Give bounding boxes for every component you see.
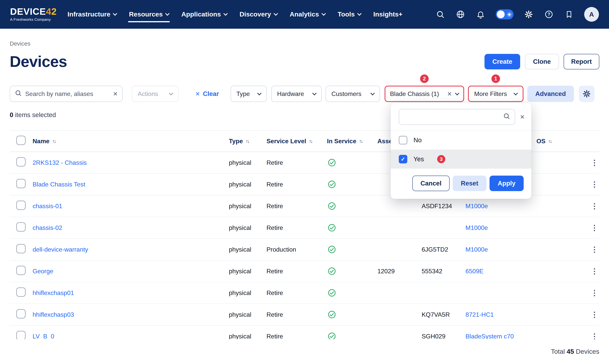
- row-checkbox[interactable]: [16, 309, 26, 318]
- device-name-link[interactable]: chassis-01: [33, 203, 62, 209]
- col-header-type[interactable]: Type↑↓: [229, 130, 266, 152]
- hardware-link[interactable]: M1000e: [465, 203, 488, 209]
- clear-search-icon[interactable]: ×: [113, 90, 118, 97]
- theme-toggle[interactable]: [496, 9, 514, 19]
- serial-cell: 6JG5TD2: [422, 239, 465, 260]
- col-header-in-service[interactable]: In Service↑↓: [327, 130, 377, 152]
- row-checkbox[interactable]: [16, 331, 26, 339]
- hardware-link[interactable]: M1000e: [465, 246, 488, 253]
- bell-icon[interactable]: [476, 9, 486, 19]
- popup-search-input[interactable]: [404, 113, 500, 121]
- apply-button[interactable]: Apply: [490, 176, 524, 191]
- popup-close-icon[interactable]: ×: [520, 113, 524, 121]
- nav-item-insights[interactable]: Insights+: [372, 7, 403, 22]
- hardware-link[interactable]: M1000e: [465, 224, 488, 231]
- search-icon[interactable]: [435, 9, 445, 19]
- chevron-down-icon: [169, 91, 173, 96]
- row-menu-kebab[interactable]: ⋮: [588, 200, 599, 212]
- col-header-os[interactable]: OS↑↓: [536, 130, 588, 152]
- service-level-cell: Retire: [266, 217, 327, 239]
- type-filter-dropdown[interactable]: Type: [231, 86, 267, 102]
- clear-filters-button[interactable]: ×Clear: [196, 90, 219, 98]
- row-checkbox[interactable]: [16, 287, 26, 297]
- nav-item-tools[interactable]: Tools: [337, 7, 362, 22]
- os-cell: [536, 304, 588, 325]
- col-header-name[interactable]: Name↑↓: [33, 130, 229, 152]
- row-menu-kebab[interactable]: ⋮: [588, 331, 599, 339]
- help-icon[interactable]: ?: [544, 9, 554, 19]
- search-input[interactable]: [25, 90, 110, 97]
- row-menu-kebab[interactable]: ⋮: [588, 287, 599, 299]
- checkbox-checked[interactable]: ✓: [399, 155, 407, 163]
- report-button[interactable]: Report: [564, 54, 599, 69]
- type-cell: physical: [229, 325, 266, 339]
- globe-icon[interactable]: [455, 9, 465, 19]
- col-header-service-level[interactable]: Service Level↑↓: [266, 130, 327, 152]
- row-checkbox[interactable]: [16, 266, 26, 275]
- remove-filter-icon[interactable]: ×: [448, 90, 452, 97]
- row-checkbox[interactable]: [16, 222, 26, 232]
- row-checkbox[interactable]: [16, 201, 26, 210]
- gear-icon[interactable]: [524, 9, 534, 19]
- device-name-link[interactable]: hhiflexchasp03: [33, 311, 74, 318]
- checkbox-unchecked[interactable]: [399, 136, 407, 144]
- in-service-check-icon: [328, 245, 336, 254]
- os-cell: [536, 282, 588, 304]
- row-menu-kebab[interactable]: ⋮: [588, 179, 599, 190]
- table-row: hhiflexchasp01 physical Retire ⋮: [10, 282, 599, 304]
- row-checkbox[interactable]: [16, 179, 26, 188]
- device-name-link[interactable]: dell-device-warranty: [33, 246, 88, 253]
- create-button[interactable]: Create: [485, 54, 520, 69]
- row-menu-kebab[interactable]: ⋮: [588, 309, 599, 320]
- table-settings-button[interactable]: [579, 86, 595, 102]
- device-name-link[interactable]: 2RKS132 - Chassis: [33, 159, 87, 166]
- chevron-down-icon: [257, 91, 262, 96]
- device-name-link[interactable]: hhiflexchasp01: [33, 289, 74, 296]
- serial-cell: 555342: [422, 260, 465, 282]
- device42-logo[interactable]: DEVICE42 A Freshworks Company: [10, 7, 61, 22]
- option-yes[interactable]: ✓ Yes 3: [391, 150, 531, 169]
- search-icon: [15, 90, 22, 98]
- customers-filter-dropdown[interactable]: Customers: [326, 86, 380, 102]
- user-avatar[interactable]: A: [584, 7, 599, 22]
- device-name-link[interactable]: chassis-02: [33, 224, 62, 231]
- bookmark-icon[interactable]: [564, 9, 574, 19]
- sun-icon: [507, 12, 512, 19]
- row-menu-kebab[interactable]: ⋮: [588, 222, 599, 233]
- option-no[interactable]: No: [391, 131, 531, 150]
- clone-button[interactable]: Clone: [525, 54, 559, 69]
- os-cell: [536, 195, 588, 217]
- advanced-button[interactable]: Advanced: [527, 86, 574, 102]
- row-menu-kebab[interactable]: ⋮: [588, 266, 599, 277]
- chevron-down-icon: [113, 12, 117, 16]
- more-filters-dropdown[interactable]: 1 More Filters: [468, 86, 523, 102]
- nav-item-resources[interactable]: Resources: [128, 7, 170, 22]
- row-menu-kebab[interactable]: ⋮: [588, 157, 599, 168]
- cancel-button[interactable]: Cancel: [412, 176, 450, 191]
- step-badge-1: 1: [491, 74, 500, 83]
- serial-cell: KQ7VA5R: [422, 304, 465, 325]
- device-name-link[interactable]: Blade Chassis Test: [33, 181, 85, 188]
- hardware-link[interactable]: BladeSystem c70: [465, 333, 514, 339]
- select-all-checkbox[interactable]: [16, 136, 26, 145]
- hardware-link[interactable]: 6509E: [465, 268, 484, 275]
- hardware-filter-dropdown[interactable]: Hardware: [271, 86, 322, 102]
- nav-item-discovery[interactable]: Discovery: [239, 7, 278, 22]
- device-name-link[interactable]: George: [33, 268, 53, 275]
- os-cell: [536, 239, 588, 260]
- device-name-link[interactable]: LV_B_0: [33, 333, 54, 339]
- breadcrumb[interactable]: Devices: [10, 40, 599, 47]
- nav-item-applications[interactable]: Applications: [181, 7, 228, 22]
- step-badge-2: 2: [420, 74, 429, 83]
- main-menu: Infrastructure Resources Applications Di…: [67, 0, 403, 29]
- hardware-link[interactable]: 8721-HC1: [465, 311, 494, 318]
- row-checkbox[interactable]: [16, 157, 26, 167]
- nav-item-infrastructure[interactable]: Infrastructure: [67, 7, 117, 22]
- actions-dropdown[interactable]: Actions: [132, 86, 178, 102]
- nav-item-analytics[interactable]: Analytics: [289, 7, 326, 22]
- os-cell: [536, 173, 588, 195]
- row-menu-kebab[interactable]: ⋮: [588, 244, 599, 255]
- blade-chassis-filter-dropdown[interactable]: 2 Blade Chassis (1) ×: [384, 86, 464, 102]
- reset-button[interactable]: Reset: [453, 176, 486, 191]
- row-checkbox[interactable]: [16, 244, 26, 253]
